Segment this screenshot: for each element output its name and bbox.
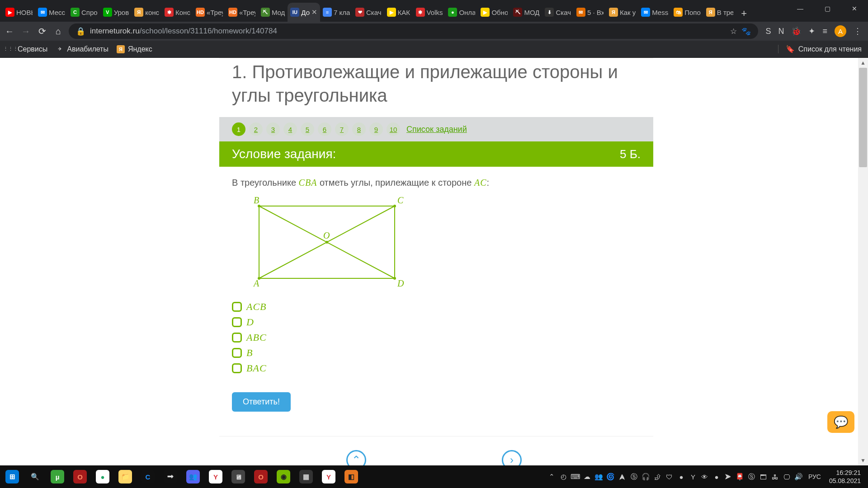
chrome-menu[interactable]: ⋮ xyxy=(854,26,862,36)
url-bar[interactable]: 🔒 interneturok.ru/school/lesson/31116/ho… xyxy=(69,23,758,39)
star-icon[interactable]: ☆ xyxy=(730,27,737,36)
browser-tab[interactable]: ≡7 кла xyxy=(320,3,353,22)
paw-icon[interactable]: 🐾 xyxy=(741,27,751,36)
window-minimize[interactable]: — xyxy=(787,0,814,17)
tray-icon[interactable]: 👥 xyxy=(593,465,605,488)
bookmark-avia[interactable]: ✈Авиабилеты xyxy=(56,45,108,53)
browser-tab[interactable]: ✱Конс xyxy=(162,3,193,22)
bookmark-yandex[interactable]: ЯЯндекс xyxy=(117,45,152,53)
taskbar-app[interactable]: Y xyxy=(205,465,226,488)
bookmark-apps[interactable]: ⋮⋮⋮Сервисы xyxy=(6,45,47,53)
tray-icon[interactable]: ● xyxy=(711,465,722,488)
tray-icon[interactable]: ⌨ xyxy=(570,465,581,488)
ext-lines-icon[interactable]: ≡ xyxy=(822,27,827,36)
task-pill-10[interactable]: 10 xyxy=(387,122,400,136)
taskbar-app[interactable]: 🔍 xyxy=(24,465,45,488)
tray-icon[interactable]: 🖧 xyxy=(769,465,781,488)
browser-tab[interactable]: ✉Mess xyxy=(638,3,671,22)
tray-icon[interactable]: 📮 xyxy=(734,465,746,488)
task-pill-9[interactable]: 9 xyxy=(369,122,383,136)
browser-tab[interactable]: ⛏Мод xyxy=(258,3,288,22)
taskbar-app[interactable]: 🖥 xyxy=(228,465,249,488)
browser-tab[interactable]: ▶НОВЫ xyxy=(3,3,35,22)
tray-icon[interactable]: 🖵 xyxy=(781,465,793,488)
browser-tab[interactable]: ЯВ тре xyxy=(703,3,736,22)
browser-tab[interactable]: ✱Volks xyxy=(413,3,446,22)
tray-icon[interactable]: Ⓢ xyxy=(628,465,640,488)
tray-icon[interactable]: 🌀 xyxy=(605,465,617,488)
nav-reload[interactable]: ⟳ xyxy=(36,25,48,37)
tray-icon[interactable]: Ⓢ xyxy=(746,465,758,488)
tray-icon[interactable]: Y xyxy=(687,465,699,488)
task-pill-2[interactable]: 2 xyxy=(249,122,263,136)
nav-home[interactable]: ⌂ xyxy=(52,25,64,37)
tray-icon[interactable]: ● xyxy=(675,465,687,488)
browser-tab[interactable]: ❤Скач xyxy=(353,3,384,22)
task-pill-7[interactable]: 7 xyxy=(335,122,349,136)
task-pill-5[interactable]: 5 xyxy=(301,122,314,136)
taskbar-app[interactable]: O xyxy=(70,465,90,488)
taskbar-app[interactable]: ⮕ xyxy=(160,465,181,488)
scroll-down-icon[interactable]: ▼ xyxy=(858,455,868,465)
task-pill-6[interactable]: 6 xyxy=(318,122,331,136)
lang-indicator[interactable]: РУС xyxy=(806,465,824,488)
taskbar-app[interactable]: 👥 xyxy=(183,465,203,488)
taskbar-app[interactable]: 📁 xyxy=(115,465,136,488)
scroll-thumb[interactable] xyxy=(859,68,867,167)
browser-tab[interactable]: ▶Обно xyxy=(478,3,510,22)
option-row[interactable]: BAC xyxy=(232,362,641,374)
taskbar-app[interactable]: µ xyxy=(47,465,68,488)
tray-icon[interactable]: ⮝ xyxy=(617,465,628,488)
browser-tab[interactable]: ССпро xyxy=(68,3,100,22)
tray-icon[interactable]: 🗔 xyxy=(758,465,769,488)
tray-icon[interactable]: ◴ xyxy=(558,465,570,488)
option-row[interactable]: B xyxy=(232,347,641,359)
taskbar-app[interactable]: ◉ xyxy=(273,465,294,488)
browser-tab[interactable]: 🛍Попо xyxy=(671,3,703,22)
checkbox[interactable] xyxy=(232,302,242,312)
taskbar-app[interactable]: ▦ xyxy=(296,465,316,488)
browser-tab[interactable]: HD«Треу xyxy=(193,3,226,22)
nav-back[interactable]: ← xyxy=(4,25,15,37)
tray-icon[interactable]: ⮵ xyxy=(652,465,664,488)
tray-icon[interactable]: ☁ xyxy=(581,465,593,488)
tray-icon[interactable]: 🔊 xyxy=(793,465,805,488)
tray-icon[interactable]: 🎧 xyxy=(640,465,652,488)
ext-adblock-icon[interactable]: 🐞 xyxy=(791,26,801,36)
browser-tab[interactable]: HD«Треу xyxy=(226,3,258,22)
prev-button[interactable]: ⌃ xyxy=(346,450,366,465)
checkbox[interactable] xyxy=(232,363,242,373)
scrollbar[interactable]: ▲ ▼ xyxy=(858,58,868,465)
taskbar-app[interactable]: O xyxy=(250,465,271,488)
next-button[interactable]: › xyxy=(502,450,522,465)
option-row[interactable]: ACB xyxy=(232,301,641,313)
browser-tab[interactable]: ✉5 · Вх xyxy=(574,3,606,22)
scroll-up-icon[interactable]: ▲ xyxy=(858,58,868,68)
browser-tab[interactable]: VУров xyxy=(100,3,132,22)
checkbox[interactable] xyxy=(232,348,242,358)
taskbar-app[interactable]: ⊞ xyxy=(2,465,23,488)
browser-tab[interactable]: ⛏МОД xyxy=(510,3,542,22)
close-icon[interactable]: ✕ xyxy=(311,8,317,16)
checkbox[interactable] xyxy=(232,333,242,343)
taskbar-app[interactable]: Y xyxy=(318,465,339,488)
chat-fab[interactable]: 💬 xyxy=(827,411,854,433)
answer-button[interactable]: Ответить! xyxy=(232,392,291,412)
option-row[interactable]: D xyxy=(232,316,641,328)
tray-icon[interactable]: ⌃ xyxy=(546,465,558,488)
taskbar-app[interactable]: C xyxy=(137,465,158,488)
window-close[interactable]: ✕ xyxy=(841,0,868,17)
task-list-link[interactable]: Список заданий xyxy=(406,125,467,134)
ext-n-icon[interactable]: N xyxy=(778,27,784,36)
taskbar-app[interactable]: ● xyxy=(92,465,113,488)
task-pill-1[interactable]: 1 xyxy=(232,122,245,136)
browser-tab[interactable]: ✉Месс xyxy=(35,3,68,22)
profile-avatar[interactable]: A xyxy=(835,25,846,37)
extensions-icon[interactable]: ✦ xyxy=(808,26,815,36)
browser-tab[interactable]: ЯКак у xyxy=(606,3,638,22)
browser-tab[interactable]: IUДо✕ xyxy=(288,3,320,22)
ext-s-icon[interactable]: S xyxy=(765,27,771,36)
task-pill-3[interactable]: 3 xyxy=(266,122,280,136)
option-row[interactable]: ABC xyxy=(232,332,641,343)
browser-tab[interactable]: Яконс xyxy=(132,3,162,22)
